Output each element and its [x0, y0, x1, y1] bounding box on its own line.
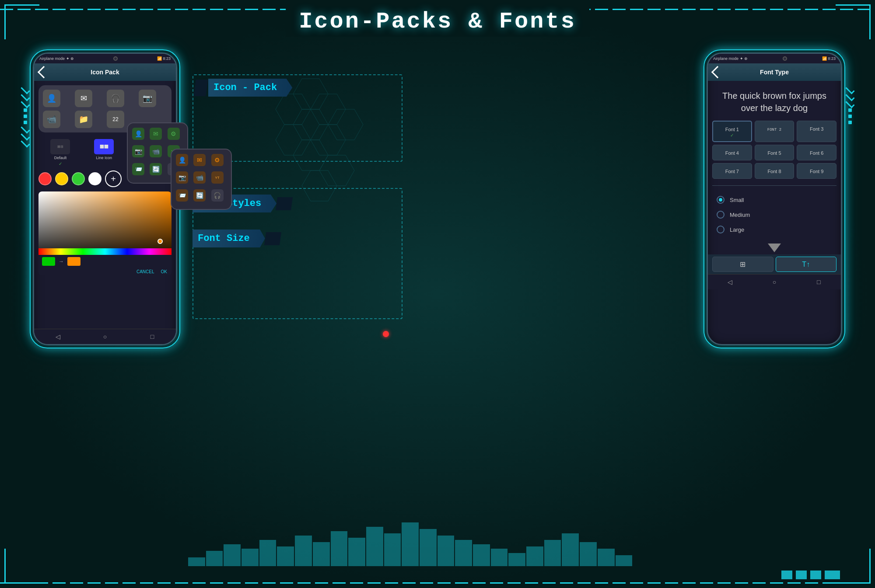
font-item-3[interactable]: Font 3: [797, 121, 836, 142]
font-item-4[interactable]: Font 4: [712, 145, 752, 160]
back-button[interactable]: [38, 66, 50, 78]
mini-icon-o4: 📷: [176, 171, 188, 184]
mini-icon-o9: 🎧: [211, 189, 224, 202]
left-phone-status-bar: Airplane mode ✦ ⊕ 📶 8:23: [34, 54, 176, 63]
left-phone-header: Icon Pack: [34, 63, 176, 81]
font-item-8[interactable]: Font 8: [755, 163, 794, 179]
cancel-button[interactable]: CANCEL: [136, 269, 154, 274]
red-indicator-dot: [383, 331, 389, 337]
r-back-button[interactable]: [711, 66, 724, 78]
font-tool-button[interactable]: T↑: [776, 257, 837, 272]
eq-visualizer: [188, 522, 632, 566]
corner-tl: [4, 4, 39, 39]
color-red[interactable]: [38, 172, 52, 185]
font-item-7[interactable]: Font 7: [712, 163, 752, 179]
right-phone: Airplane mode ✦ ⊕ 📶 8:23 Font Type The q…: [707, 52, 842, 345]
label-prefix-deco: [193, 80, 208, 96]
icon-type-default[interactable]: ⊞⊟ Default ✓: [50, 139, 70, 166]
right-phone-status-bar: Airplane mode ✦ ⊕ 📶 8:23: [708, 54, 841, 63]
color-green[interactable]: [72, 172, 85, 185]
left-phone-navbar: ◁ ○ □: [34, 329, 176, 344]
font-preview-text: The quick brown fox jumps over the lazy …: [714, 90, 834, 114]
corner-tr: [836, 4, 871, 39]
font-size-label: Font Size: [192, 230, 280, 247]
r-back-nav-button[interactable]: ◁: [726, 278, 735, 286]
divider: [712, 185, 836, 186]
triangle-indicator: [768, 244, 781, 252]
chevron-icon: [845, 92, 854, 101]
font-size-suffix: [264, 232, 281, 245]
ok-button[interactable]: OK: [161, 269, 167, 274]
radio-medium[interactable]: [717, 211, 724, 219]
font-size-label-container: Font Size: [192, 230, 280, 247]
size-medium[interactable]: Medium: [717, 207, 832, 222]
left-phone: Airplane mode ✦ ⊕ 📶 8:23 Icon Pack 👤 ✉ 🎧…: [33, 52, 177, 345]
indicator-dot-1: [781, 571, 792, 579]
deco-dot: [848, 115, 852, 118]
icon-folder[interactable]: 📁: [75, 111, 92, 128]
icon-calendar[interactable]: 22: [107, 111, 124, 128]
font-selection-grid: Font 1 ✓ FONT 2 Font 3 Font 4 Font 5 Fon…: [708, 121, 841, 183]
icon-video[interactable]: 📹: [43, 111, 60, 128]
bottom-border-decoration: [0, 582, 875, 584]
recent-nav-button[interactable]: □: [148, 332, 157, 341]
left-panel-decoration: [20, 87, 31, 262]
font-size-badge: Font Size: [192, 230, 265, 247]
back-nav-button[interactable]: ◁: [53, 332, 62, 341]
chevron-icon: [21, 92, 30, 101]
icon-messages[interactable]: ✉: [75, 90, 92, 107]
font-item-5[interactable]: Font 5: [755, 145, 794, 160]
icon-pack-label: Icon - Pack: [195, 79, 292, 97]
color-hue-strip[interactable]: [38, 248, 172, 255]
color-picker-cursor[interactable]: [158, 239, 163, 244]
color-white[interactable]: [88, 172, 102, 185]
color-gradient[interactable]: [38, 191, 172, 248]
line-icon-preview: ⬜⬜: [94, 139, 114, 154]
deco-dot: [24, 121, 27, 124]
home-nav-button[interactable]: ○: [101, 332, 109, 341]
deco-dot: [24, 108, 27, 112]
icon-headphones[interactable]: 🎧: [107, 90, 124, 107]
r-status-left: Airplane mode ✦ ⊕: [713, 56, 748, 61]
icon-pack-text: Icon - Pack: [214, 82, 277, 93]
r-home-nav-button[interactable]: ○: [770, 278, 779, 286]
mini-icon-o7: 📨: [176, 189, 188, 202]
size-large[interactable]: Large: [717, 222, 832, 237]
mini-icon-4: 📷: [132, 145, 144, 157]
icon-pack-tool-button[interactable]: ⊞: [712, 257, 774, 272]
color-yellow[interactable]: [55, 172, 68, 185]
font-size-text: Font Size: [198, 233, 250, 244]
radio-small[interactable]: [717, 196, 724, 204]
arrow-right-icon: →: [59, 258, 64, 264]
mini-icon-o8: 🔄: [193, 189, 206, 202]
radio-large[interactable]: [717, 226, 724, 233]
font-item-6[interactable]: Font 6: [797, 145, 836, 160]
camera-dot: [113, 56, 118, 61]
right-phone-header: Font Type: [708, 63, 841, 81]
icon-contacts[interactable]: 👤: [43, 90, 60, 107]
mini-icon-5: 📹: [150, 145, 162, 157]
size-large-label: Large: [730, 226, 744, 233]
font-item-2[interactable]: FONT 2: [755, 121, 794, 142]
color-picker[interactable]: → CANCEL OK: [38, 191, 172, 275]
chevron-icon: [845, 99, 854, 108]
default-check: ✓: [59, 161, 62, 166]
corner-br: [836, 549, 871, 584]
font-item-1[interactable]: Font 1 ✓: [712, 121, 752, 142]
mini-icon-o6: YT: [211, 171, 224, 184]
size-medium-label: Medium: [730, 212, 750, 218]
deco-dot: [848, 121, 852, 124]
icon-camera[interactable]: 📷: [139, 90, 156, 107]
icon-type-line[interactable]: ⬜⬜ Line Icon: [94, 139, 114, 166]
deco-dot: [848, 108, 852, 112]
color-action-buttons: CANCEL OK: [38, 268, 172, 275]
indicator-dot-3: [810, 571, 821, 579]
icon-pack-label-container: Icon - Pack: [195, 79, 292, 97]
mini-icon-8: 🔄: [150, 163, 162, 175]
font-item-9[interactable]: Font 9: [797, 163, 836, 179]
right-phone-navbar: ◁ ○ □: [708, 274, 841, 289]
size-small[interactable]: Small: [717, 192, 832, 207]
r-recent-nav-button[interactable]: □: [814, 278, 823, 286]
icon-overlay-orange: 👤 ✉ ⚙ 📷 📹 YT 📨 🔄 🎧: [171, 149, 232, 210]
color-add-button[interactable]: +: [105, 170, 122, 187]
